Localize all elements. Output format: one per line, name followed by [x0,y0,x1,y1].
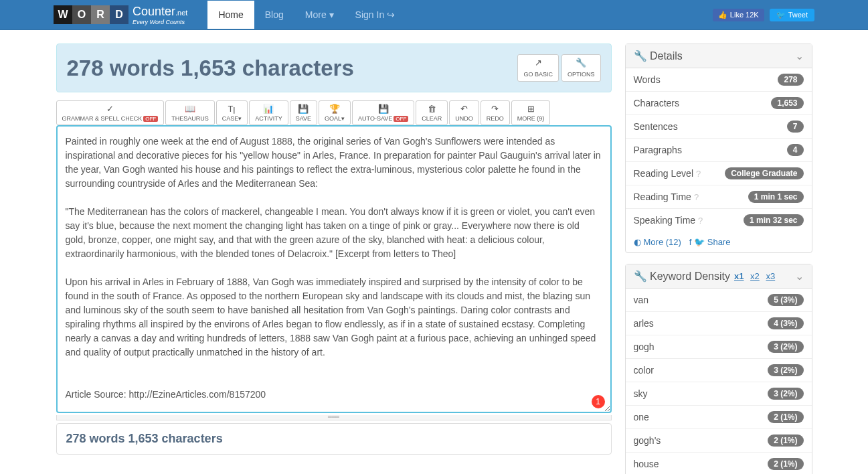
details-value: College Graduate [725,167,803,179]
bottom-count: 278 words 1,653 characters [56,423,612,455]
keyword-row[interactable]: van5 (3%) [626,289,812,312]
details-value: 1 min 32 sec [744,214,803,226]
toolbar: ✓GRAMMAR & SPELL CHECKOFF 📖THESAURUS TꞁC… [56,100,612,125]
keyword-tab-x3[interactable]: x3 [766,271,775,281]
bar-chart-icon: 📊 [255,104,282,114]
keyword-label: sky [634,388,648,399]
logo[interactable]: W O R D Counter.net Every Word Counts [54,5,187,25]
caret-down-icon: ▾ [329,9,334,20]
nav-blog[interactable]: Blog [254,1,294,29]
count-header: 278 words 1,653 characters ↗GO BASIC 🔧OP… [56,44,612,92]
keyword-row[interactable]: arles4 (3%) [626,312,812,335]
details-row[interactable]: Words278 [626,68,812,92]
facebook-icon: f [689,237,692,247]
save-icon: 💾 [296,104,311,114]
keyword-tab-x1[interactable]: x1 [734,271,744,281]
options-button[interactable]: 🔧OPTIONS [561,54,601,82]
thumbs-up-icon: 👍 [718,11,727,19]
help-icon[interactable]: ? [698,216,703,226]
nav-home[interactable]: Home [207,1,254,29]
twitter-icon: 🐦 [694,237,705,247]
keyword-label: one [634,412,649,422]
keyword-value: 3 (2%) [768,388,803,400]
keyword-value: 5 (3%) [768,294,803,306]
keyword-row[interactable]: gogh's2 (1%) [626,429,812,453]
wrench-icon: 🔧 [634,270,647,283]
nav-signin[interactable]: Sign In ↪ [345,1,406,29]
case-button[interactable]: TꞁCASE▾ [216,100,248,125]
undo-button[interactable]: ↶UNDO [449,100,479,125]
check-icon: ✓ [62,104,159,114]
facebook-like-button[interactable]: 👍Like 12K [713,9,764,21]
details-row[interactable]: Paragraphs4 [626,139,812,162]
logo-tagline: Every Word Counts [133,19,187,25]
chevron-down-icon[interactable]: ⌄ [795,270,804,283]
text-case-icon: Tꞁ [222,104,242,114]
keyword-density-panel: 🔧 Keyword Density x1 x2 x3 ⌄ van5 (3%)ar… [625,264,812,474]
details-value: 1,653 [771,97,803,109]
details-row[interactable]: Speaking Time?1 min 32 sec [626,209,812,232]
grammar-check-button[interactable]: ✓GRAMMAR & SPELL CHECKOFF [56,100,165,125]
count-title: 278 words 1,653 characters [67,56,354,81]
details-label: Reading Level [634,168,694,179]
help-icon[interactable]: ? [694,192,699,202]
activity-button[interactable]: 📊ACTIVITY [249,100,288,125]
details-row[interactable]: Reading Level?College Graduate [626,162,812,185]
trophy-icon: 🏆 [325,104,345,114]
keyword-label: arles [634,318,654,329]
details-share-link[interactable]: f 🐦 Share [689,237,731,247]
details-label: Reading Time [634,191,691,202]
details-value: 7 [787,121,804,133]
logo-letter: R [91,5,110,24]
navbar: W O R D Counter.net Every Word Counts Ho… [0,0,868,30]
details-row[interactable]: Sentences7 [626,115,812,139]
redo-icon: ↷ [487,104,504,114]
external-link-icon: ↗ [523,58,553,68]
keyword-row[interactable]: gogh3 (2%) [626,335,812,359]
details-label: Speaking Time [634,215,696,226]
go-basic-button[interactable]: ↗GO BASIC [517,54,559,82]
thesaurus-button[interactable]: 📖THESAURUS [165,100,215,125]
keyword-label: van [634,295,649,305]
redo-button[interactable]: ↷REDO [481,100,510,125]
twitter-icon: 🐦 [776,11,786,19]
autosave-button[interactable]: 💾AUTO-SAVEOFF [352,100,414,125]
keyword-label: color [634,365,654,376]
details-value: 278 [778,74,803,86]
logo-title: Counter [133,5,175,18]
keyword-value: 3 (2%) [768,364,803,376]
keyword-label: gogh's [634,435,661,446]
nav-more[interactable]: More ▾ [294,1,345,29]
resize-grip[interactable]: ═══ [56,415,612,420]
details-more-link[interactable]: ◐More (12) [634,237,681,247]
text-input[interactable] [56,125,612,413]
logo-suffix: .net [175,9,187,17]
toggle-icon: ◐ [634,237,641,247]
logo-letter: W [54,5,72,24]
goal-button[interactable]: 🏆GOAL▾ [319,100,351,125]
book-icon: 📖 [171,104,209,114]
keyword-row[interactable]: house2 (1%) [626,453,812,474]
save-button[interactable]: 💾SAVE [290,100,317,125]
logo-letter: D [110,5,128,24]
more-tools-button[interactable]: ⊞MORE (9) [511,100,551,125]
keyword-value: 3 (2%) [768,341,803,353]
keyword-row[interactable]: sky3 (2%) [626,382,812,406]
autosave-icon: 💾 [358,104,408,114]
keyword-row[interactable]: color3 (2%) [626,359,812,382]
chevron-down-icon[interactable]: ⌄ [795,50,804,62]
keyword-tab-x2[interactable]: x2 [750,271,760,281]
trash-icon: 🗑 [422,104,442,114]
tweet-button[interactable]: 🐦Tweet [770,9,814,21]
wrench-icon: 🔧 [568,58,595,68]
keyword-value: 4 (3%) [768,317,803,329]
error-count-badge[interactable]: 1 [592,395,605,408]
help-icon[interactable]: ? [696,169,701,179]
grid-icon: ⊞ [517,104,545,114]
keyword-row[interactable]: one2 (1%) [626,406,812,429]
details-row[interactable]: Reading Time?1 min 1 sec [626,185,812,209]
details-row[interactable]: Characters1,653 [626,92,812,115]
details-value: 1 min 1 sec [748,191,804,203]
details-value: 4 [787,144,804,156]
clear-button[interactable]: 🗑CLEAR [416,100,448,125]
